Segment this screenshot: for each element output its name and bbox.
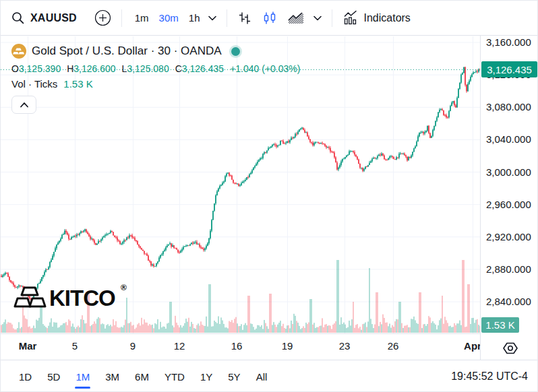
candle-body [193,242,195,243]
candle-body [339,165,340,168]
candle-body [463,67,465,73]
time-tick-23: 23 [339,340,351,352]
timeframe-1h[interactable]: 1h [189,12,200,24]
range-6m[interactable]: 6M [135,371,149,383]
range-1d[interactable]: 1D [19,371,32,383]
range-ytd[interactable]: YTD [165,371,185,383]
range-3m[interactable]: 3M [105,371,119,383]
candle-body [196,242,198,244]
volume-bar [369,268,369,333]
volume-bar [191,322,191,333]
range-1y[interactable]: 1Y [200,371,212,383]
price-axis[interactable]: 2,840.0002,880.0002,920.0002,960.0003,00… [480,36,538,360]
range-1m[interactable]: 1M [76,371,90,383]
candle-body [229,172,230,175]
candle-body [260,158,261,160]
chart-widget: XAUUSD 1m30m1h [0,0,538,392]
candles-style-icon[interactable] [262,11,277,26]
candle-body [51,260,52,262]
time-axis[interactable]: Mar591216192326Apr [1,333,480,360]
clock-label[interactable]: 19:45:52 UTC-4 [451,370,531,383]
volume-bar [188,318,189,333]
collapse-legend-button[interactable] [11,96,36,114]
candle-body [165,247,167,250]
candle-body [179,252,180,253]
indicators-button[interactable]: Indicators [342,10,410,26]
candle-body [323,143,324,144]
volume-bar [115,321,116,333]
volume-bar [45,327,46,333]
candle-body [59,240,60,242]
timeframe-chevron-down-icon[interactable] [208,15,216,21]
volume-bar [216,323,217,333]
candle-body [342,159,343,162]
volume-bar [312,325,313,333]
volume-bar [140,325,140,333]
candle-body [417,136,419,141]
candle-body [419,133,420,136]
candle-body [315,142,316,143]
volume-bar [37,321,38,333]
candle-body [199,244,200,247]
market-status-dot[interactable] [231,47,240,56]
instrument-title[interactable]: Gold Spot / U.S. Dollar · 30 · OANDA [32,44,222,58]
volume-bar [123,325,124,333]
time-tick-16: 16 [231,340,243,352]
candle-body [307,133,308,137]
candle-body [456,98,458,107]
volume-bar [413,317,414,333]
candle-body [94,240,95,243]
candle-body [243,181,245,182]
range-5y[interactable]: 5Y [228,371,240,383]
volume-bar [378,326,379,333]
range-all[interactable]: All [256,371,268,383]
candle-body [100,239,102,240]
candle-body [42,275,44,277]
volume-bar [198,323,198,333]
candle-body [219,186,220,189]
range-5d[interactable]: 5D [47,371,60,383]
candle-body [234,183,235,183]
volume-bar [146,323,147,333]
volume-bar [32,328,32,333]
volume-bar [203,325,204,333]
candle-body [249,174,250,177]
candle-body [340,162,342,165]
volume-bar [98,317,98,333]
candle-body [230,176,231,176]
candle-body [133,238,134,238]
style-chevron-down-icon[interactable] [313,15,322,21]
volume-bar [131,325,132,333]
volume-bar [450,326,450,333]
bars-style-icon[interactable] [237,11,252,26]
volume-bar [305,323,306,333]
candle-body [280,141,281,145]
symbol-label[interactable]: XAUUSD [30,12,77,24]
volume-bar [354,328,355,333]
candle-body [268,148,269,151]
candle-body [78,234,79,235]
candle-body [319,143,320,143]
volume-bar [390,328,391,333]
volume-bar [76,327,77,333]
candle-body [353,151,354,152]
volume-bar [440,319,441,333]
volume-bar [350,325,351,333]
candle-body [21,286,22,287]
volume-bar [246,325,247,333]
timeframe-30m[interactable]: 30m [159,12,179,24]
candle-body [320,143,322,143]
candle-body [1,276,2,277]
scale-settings-icon[interactable] [502,340,518,359]
candle-body [374,158,376,158]
candle-body [125,240,126,241]
area-style-icon[interactable] [287,11,305,26]
timeframe-1m[interactable]: 1m [135,12,149,24]
volume-bar [478,325,479,333]
compare-add-icon[interactable] [94,9,111,26]
search-icon[interactable] [11,11,24,24]
volume-bar [444,317,445,333]
price-tick: 3,080.000 [486,101,531,113]
volume-bar [21,327,22,333]
timeframe-group: 1m30m1h [135,12,200,24]
